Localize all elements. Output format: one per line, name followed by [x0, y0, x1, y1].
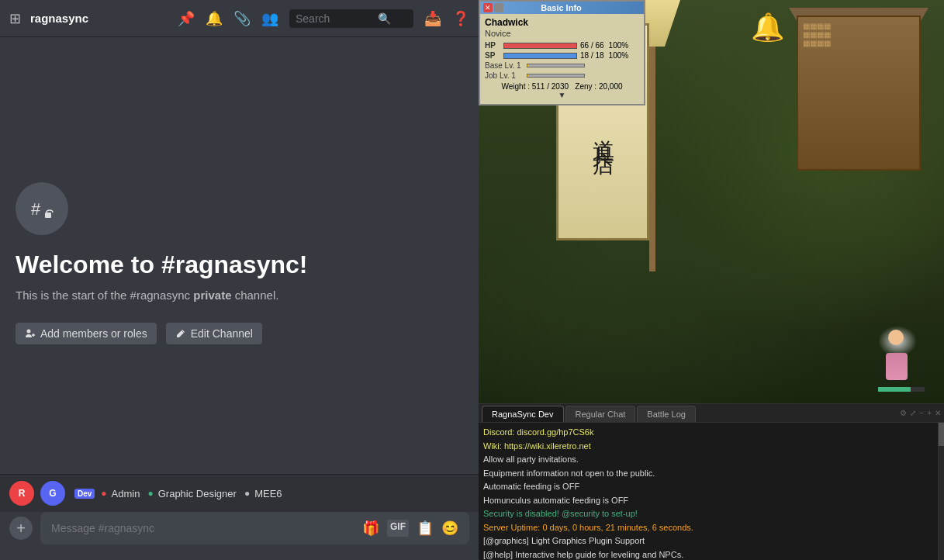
chat-x-icon[interactable]: ✕ — [935, 409, 941, 417]
chat-msg-5: Automatic feeding is OFF — [483, 480, 933, 493]
sticker-icon[interactable]: 📋 — [417, 520, 434, 537]
desc-strong: private — [193, 289, 231, 302]
sp-label: SP — [485, 51, 500, 60]
game-chat: RagnaSync Dev Regular Chat Battle Log ⚙ … — [479, 403, 944, 560]
chat-msg-10: [@help] Interactive help guide for level… — [483, 548, 933, 561]
sp-bar-container — [503, 53, 577, 59]
chat-msg-9: [@graphics] Light Graphics Plugin Suppor… — [483, 534, 933, 548]
base-lv-row: Base Lv. 1 — [485, 61, 639, 70]
desc-start: This is the start of the — [16, 289, 130, 302]
members-bar: R G Dev ● Admin ● Graphic Designer ● MEE… — [0, 474, 479, 512]
bell-decoration: 🔔 — [751, 12, 785, 43]
char-name: Chadwick — [485, 17, 639, 28]
hp-bar-container — [503, 43, 577, 49]
channel-content: # Welcome to #ragnasync! This is the sta… — [0, 37, 479, 560]
channel-actions: Add members or roles Edit Channel — [16, 323, 262, 344]
channel-description: This is the start of the #ragnasync priv… — [16, 287, 278, 305]
chat-resize-icon[interactable]: ⤢ — [910, 409, 916, 417]
add-members-icon — [25, 328, 36, 339]
character-sprite — [874, 326, 921, 388]
char-hp-bar — [878, 387, 925, 392]
discord-panel: ⊞ ragnasync 📌 🔔 📎 👥 🔍 📥 ❓ — [0, 0, 479, 560]
chat-tab-regular[interactable]: Regular Chat — [565, 406, 636, 422]
help-icon[interactable]: ❓ — [452, 10, 469, 27]
base-lv-label: Base Lv. 1 — [485, 61, 524, 70]
chat-msg-3: Allow all party invitations. — [483, 453, 933, 466]
window-title: Basic Info — [541, 3, 582, 12]
message-input-box[interactable]: Message #ragnasync 🎁 GIF 📋 😊 — [40, 512, 469, 544]
gift-icon[interactable]: 🎁 — [362, 520, 379, 537]
waffle-icon[interactable]: ⊞ — [9, 10, 21, 27]
chat-tab-battle[interactable]: Battle Log — [637, 406, 696, 422]
window-titlebar: ✕ Basic Info — [480, 2, 644, 14]
emoji-icon[interactable]: 😊 — [441, 520, 458, 537]
window-minimize-button[interactable] — [494, 3, 503, 12]
inbox-icon[interactable]: 📥 — [424, 10, 441, 27]
chat-msg-7: Security is disabled! @security to set-u… — [483, 507, 933, 520]
role-mee6-label: MEE6 — [254, 488, 282, 500]
hp-label: HP — [485, 41, 500, 50]
members-icon[interactable]: 👥 — [261, 10, 278, 27]
hp-values: 66 / 66 — [580, 41, 604, 50]
job-lv-fill — [527, 74, 528, 77]
chat-minus-icon[interactable]: − — [919, 409, 924, 417]
job-lv-row: Job Lv. 1 — [485, 71, 639, 80]
dev-badge: Dev — [74, 489, 95, 499]
role-admin-label: Admin — [112, 488, 140, 500]
chat-tab-icons: ⚙ ⤢ − + ✕ — [900, 409, 941, 419]
sp-row: SP 18 / 18 100% — [485, 51, 639, 60]
desc-channel: #ragnasync — [130, 289, 191, 302]
char-class: Novice — [485, 29, 639, 38]
sp-percent: 100% — [609, 51, 629, 60]
member-avatar-1: R — [9, 481, 34, 506]
chat-plus-icon[interactable]: + — [927, 409, 932, 417]
search-input[interactable] — [296, 12, 373, 25]
top-bar: ⊞ ragnasync 📌 🔔 📎 👥 🔍 📥 ❓ — [0, 0, 479, 37]
welcome-title: Welcome to #ragnasync! — [16, 251, 307, 279]
avatar-img-1: R — [9, 481, 34, 506]
game-viewport: 道具店 🔔 ▦▦▦▦▦▦▦▦▦▦▦▦ — [479, 0, 944, 403]
chat-msg-2: Wiki: https://wiki.xileretro.net — [483, 440, 933, 453]
add-members-button[interactable]: Add members or roles — [16, 323, 157, 344]
edit-channel-button[interactable]: Edit Channel — [166, 323, 262, 344]
chat-msg-8: Server Uptime: 0 days, 0 hours, 21 minut… — [483, 521, 933, 534]
basic-info-window[interactable]: ✕ Basic Info Chadwick Novice HP 66 / 6 — [479, 0, 645, 105]
edit-icon — [175, 328, 186, 339]
svg-point-3 — [27, 330, 31, 334]
game-panel: 道具店 🔔 ▦▦▦▦▦▦▦▦▦▦▦▦ — [479, 0, 944, 560]
channel-main: # Welcome to #ragnasync! This is the sta… — [0, 37, 479, 474]
hash-lock-icon: # — [28, 195, 56, 223]
input-icons: 🎁 GIF 📋 😊 — [362, 520, 458, 537]
chat-scrollbar[interactable] — [938, 423, 944, 560]
edit-channel-label: Edit Channel — [191, 327, 253, 340]
bell-icon[interactable]: 🔔 — [206, 10, 223, 27]
role-dot-graphic: ● — [147, 488, 153, 499]
hp-bar-fill — [504, 43, 576, 48]
bookmark-icon[interactable]: 📎 — [233, 10, 251, 27]
base-lv-bar — [527, 64, 585, 67]
role-dot-mee6: ● — [244, 488, 250, 499]
desc-end: channel. — [232, 289, 279, 302]
zeny-text: Zeny : 20,000 — [575, 82, 622, 91]
search-bar: 🔍 — [289, 9, 413, 28]
gif-icon[interactable]: GIF — [387, 520, 409, 537]
base-lv-fill — [527, 64, 528, 67]
role-graphic-label: Graphic Designer — [158, 488, 237, 500]
hp-row: HP 66 / 66 100% — [485, 41, 639, 50]
sp-values: 18 / 18 — [580, 51, 604, 60]
add-members-label: Add members or roles — [40, 327, 147, 340]
message-input-bar: + Message #ragnasync 🎁 GIF 📋 😊 — [0, 512, 479, 560]
role-dot-admin: ● — [101, 488, 106, 499]
chat-settings-icon[interactable]: ⚙ — [900, 409, 907, 417]
chat-tab-ragnasync-dev[interactable]: RagnaSync Dev — [482, 406, 564, 422]
chat-msg-6: Homunculus automatic feeding is OFF — [483, 494, 933, 507]
search-icon: 🔍 — [378, 12, 391, 25]
job-lv-bar — [527, 74, 585, 78]
chat-messages: Discord: discord.gg/hp7CS6k Wiki: https:… — [479, 423, 938, 560]
hp-percent: 100% — [609, 41, 629, 50]
pin-icon[interactable]: 📌 — [178, 10, 195, 27]
channel-icon-container: # — [16, 182, 68, 235]
server-name-text: ragnasync — [30, 12, 88, 25]
add-attachment-button[interactable]: + — [9, 517, 33, 540]
window-close-button[interactable]: ✕ — [483, 3, 493, 12]
